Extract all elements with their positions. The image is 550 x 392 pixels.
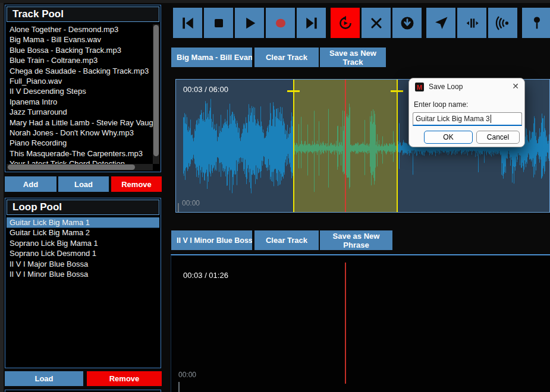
scrollbar-thumb[interactable]: [8, 165, 135, 170]
phrase-playhead[interactable]: [345, 263, 346, 384]
track-pool-item[interactable]: Chega de Saudade - Backing Track.mp3: [7, 66, 159, 76]
origin-tick: [178, 382, 180, 392]
import-button[interactable]: [392, 8, 422, 38]
track-pool-item[interactable]: This Masquerade-The Carpenters.mp3: [7, 148, 159, 159]
loop-start-marker[interactable]: [293, 80, 294, 212]
stop-icon: [210, 15, 227, 31]
loop-button[interactable]: [331, 8, 360, 38]
app-logo-icon: M: [415, 83, 424, 91]
loop-pool-item[interactable]: Guitar Lick Big Mama 1: [7, 217, 159, 227]
track-pool-panel: Track Pool Alone Together - Desmond.mp3B…: [5, 5, 161, 172]
dialog-titlebar[interactable]: M Save Loop ✕: [409, 78, 524, 96]
window-edge: [0, 0, 4, 392]
loop-name-prompt: Enter loop name:: [414, 100, 468, 109]
record-icon: [272, 15, 289, 31]
close-icon[interactable]: ✕: [512, 81, 519, 91]
record-button[interactable]: [266, 8, 295, 38]
stretch-button[interactable]: [457, 8, 486, 38]
loop-pool-item[interactable]: Soprano Lick Big Mama 1: [7, 238, 159, 248]
locate-button[interactable]: [426, 8, 455, 38]
text-caret: [491, 115, 491, 123]
ok-button[interactable]: OK: [424, 131, 473, 144]
x-icon: [368, 15, 385, 31]
loop-load-button[interactable]: Load: [5, 371, 83, 386]
track-time-display: 00:03 / 06:00: [183, 85, 228, 94]
track-pool-item[interactable]: Alone Together - Desmond.mp3: [7, 24, 159, 34]
track-playhead[interactable]: [345, 80, 346, 212]
track-add-button[interactable]: Add: [5, 176, 56, 192]
stop-button[interactable]: [204, 8, 233, 38]
loop-start-handle[interactable]: [287, 90, 300, 92]
vertical-scrollbar[interactable]: [153, 24, 159, 164]
import-icon: [399, 15, 416, 31]
phrase-time-display: 00:03 / 01:26: [183, 271, 228, 280]
loaded-phrase-button[interactable]: II V I Minor Blue Bossa: [171, 230, 252, 250]
play-icon: [241, 15, 258, 31]
h-expand-icon: [464, 15, 480, 31]
skip-to-end-button[interactable]: [297, 8, 326, 38]
save-loop-dialog: M Save Loop ✕ Enter loop name: Guitar Li…: [408, 78, 525, 147]
phrase-waveform-panel[interactable]: 00:03 / 01:26 00:00: [171, 254, 550, 392]
track-pool-item[interactable]: Norah Jones - Don't Know Why.mp3: [7, 128, 159, 138]
loop-pool-panel: Loop Pool Guitar Lick Big Mama 1Guitar L…: [5, 198, 161, 368]
play-button[interactable]: [235, 8, 264, 38]
scrollbar-thumb[interactable]: [153, 25, 159, 156]
track-load-button[interactable]: Load: [58, 176, 109, 192]
save-as-new-phrase-button[interactable]: Save as New Phrase: [320, 230, 392, 250]
loop-pool-title: Loop Pool: [7, 200, 159, 215]
track-pool-item[interactable]: Full_Piano.wav: [7, 76, 159, 86]
loop-name-value: Guitar Lick Big Mama 3: [416, 115, 490, 123]
loop-pool-list[interactable]: Guitar Lick Big Mama 1Guitar Lick Big Ma…: [7, 217, 159, 366]
track-pool-item[interactable]: II V Descending Steps: [7, 86, 159, 96]
loop-pool-item[interactable]: Guitar Lick Big Mama 2: [7, 227, 159, 238]
track-pool-item[interactable]: Big Mama - Bill Evans.wav: [7, 34, 159, 45]
track-pool-list[interactable]: Alone Together - Desmond.mp3Big Mama - B…: [7, 24, 159, 170]
next-panel-edge: [5, 390, 161, 392]
save-as-new-track-button[interactable]: Save as New Track: [320, 48, 386, 67]
window-edge-top: [0, 0, 550, 3]
skip-end-icon: [303, 15, 320, 31]
origin-tick: [178, 203, 179, 212]
track-pool-item[interactable]: Ipanema Intro: [7, 97, 159, 107]
pin-button[interactable]: [522, 8, 550, 38]
loop-remove-button[interactable]: Remove: [87, 371, 162, 386]
phrase-origin-time: 00:00: [178, 371, 196, 379]
sound-waves-icon: [495, 15, 511, 31]
loop-name-input[interactable]: Guitar Lick Big Mama 3: [413, 112, 522, 126]
track-origin-time: 00:00: [182, 199, 200, 207]
loaded-track-button[interactable]: Big Mama - Bill Evans.wav: [171, 48, 252, 67]
track-pool-item[interactable]: Blue Train - Coltrane.mp3: [7, 55, 159, 65]
clear-track-button[interactable]: Clear Track: [254, 48, 319, 67]
loop-pool-item[interactable]: Soprano Lick Desmond 1: [7, 248, 159, 258]
loop-end-handle[interactable]: [391, 90, 403, 92]
audio-waves-button[interactable]: [488, 8, 517, 38]
loop-end-marker[interactable]: [397, 80, 398, 212]
track-pool-item[interactable]: Piano Recording: [7, 138, 159, 148]
cancel-button[interactable]: Cancel: [476, 131, 520, 144]
pin-icon: [529, 15, 545, 31]
transport-toolbar: [173, 8, 550, 38]
clear-phrase-track-button[interactable]: Clear Track: [254, 230, 319, 250]
skip-start-icon: [180, 15, 196, 31]
loop-pool-item[interactable]: II V I Minor Blue Bossa: [7, 269, 159, 279]
cursor-arrow-icon: [433, 15, 450, 31]
track-pool-title: Track Pool: [7, 7, 159, 22]
horizontal-scrollbar[interactable]: [7, 164, 153, 170]
dialog-title: Save Loop: [429, 83, 463, 91]
skip-to-start-button[interactable]: [173, 8, 202, 38]
track-pool-item[interactable]: Mary Had a Little Lamb - Stevie Ray Vaug…: [7, 118, 159, 128]
loop-pool-item[interactable]: II V I Major Blue Bossa: [7, 259, 159, 269]
track-pool-item[interactable]: Blue Bossa - Backing Track.mp3: [7, 45, 159, 55]
clear-button[interactable]: [362, 8, 391, 38]
track-remove-button[interactable]: Remove: [111, 176, 162, 192]
track-pool-item[interactable]: Jazz Turnaround: [7, 107, 159, 117]
loop-icon: [337, 15, 354, 31]
